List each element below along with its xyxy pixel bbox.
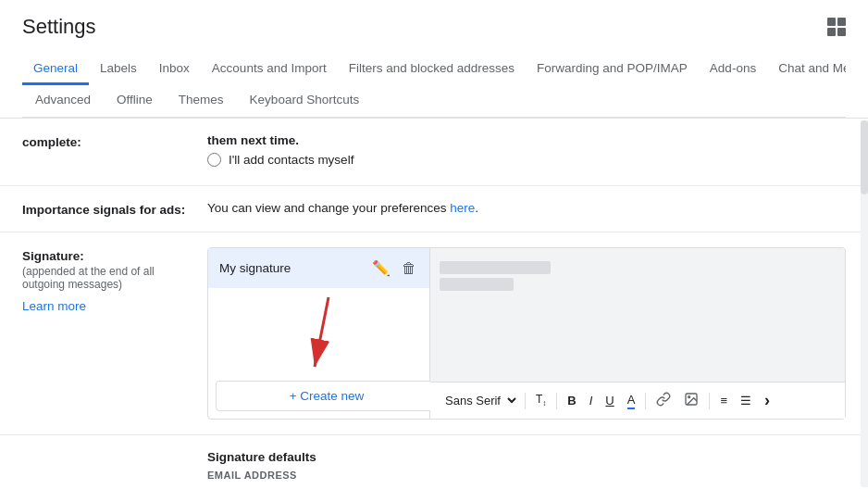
- underline-button[interactable]: U: [601, 391, 618, 410]
- preview-line2: [440, 278, 514, 291]
- signature-defaults-value: Signature defaults EMAIL ADDRESS: [207, 450, 846, 481]
- page-title: Settings: [22, 15, 96, 39]
- toolbar-sep1: [525, 393, 526, 409]
- tab-labels[interactable]: Labels: [89, 54, 148, 85]
- tab-themes[interactable]: Themes: [166, 85, 237, 117]
- tab-chat[interactable]: Chat and Meet: [767, 54, 846, 85]
- nav-row1: General Labels Inbox Accounts and Import…: [22, 54, 846, 85]
- signature-label-sub: (appended at the end of all outgoing mes…: [22, 265, 192, 291]
- toolbar-sep3: [645, 393, 646, 409]
- settings-content: complete: them next time. I'll add conta…: [0, 119, 868, 487]
- add-contacts-label: I'll add contacts myself: [229, 153, 353, 167]
- tab-offline[interactable]: Offline: [104, 85, 166, 117]
- signature-list-item[interactable]: My signature ✏️ 🗑: [208, 248, 429, 288]
- importance-row: Importance signals for ads: You can view…: [0, 186, 868, 232]
- tab-keyboard-shortcuts[interactable]: Keyboard Shortcuts: [237, 85, 373, 117]
- importance-period: .: [475, 201, 478, 215]
- edit-signature-button[interactable]: ✏️: [370, 257, 392, 279]
- importance-value: You can view and change your preferences…: [207, 201, 846, 215]
- signature-section: Signature: (appended at the end of all o…: [0, 232, 868, 435]
- toolbar-sep4: [709, 393, 710, 409]
- tab-general[interactable]: General: [22, 54, 89, 85]
- grid-icon: [827, 18, 846, 36]
- scrollbar-thumb[interactable]: [861, 120, 868, 194]
- text-color-button[interactable]: A: [623, 390, 640, 412]
- importance-here-link[interactable]: here: [450, 201, 475, 215]
- add-contacts-radio[interactable]: [207, 153, 221, 167]
- preview-line1: [440, 261, 551, 274]
- editor-toolbar: Sans Serif T↕ B I U A: [430, 382, 845, 419]
- more-button[interactable]: ›: [760, 388, 775, 413]
- align-button[interactable]: ≡: [715, 391, 732, 410]
- bold-button[interactable]: B: [563, 391, 580, 410]
- email-address-label: EMAIL ADDRESS: [207, 470, 846, 481]
- tab-addons[interactable]: Add-ons: [699, 54, 767, 85]
- importance-label: Importance signals for ads:: [22, 201, 207, 217]
- signature-defaults-row: Signature defaults EMAIL ADDRESS: [0, 435, 868, 487]
- italic-button[interactable]: I: [585, 391, 598, 410]
- image-button[interactable]: [679, 389, 703, 412]
- create-new-wrapper: + Create new: [208, 381, 429, 419]
- signature-learn-more[interactable]: Learn more: [22, 299, 86, 313]
- signature-defaults-title: Signature defaults: [207, 450, 846, 464]
- font-family-select[interactable]: Sans Serif: [438, 391, 519, 410]
- font-size-button[interactable]: T↕: [531, 390, 551, 410]
- complete-row: complete: them next time. I'll add conta…: [0, 119, 868, 186]
- complete-value: them next time. I'll add contacts myself: [207, 133, 846, 170]
- signature-defaults-spacer: [22, 450, 207, 452]
- tab-filters[interactable]: Filters and blocked addresses: [338, 54, 526, 85]
- signature-item-name: My signature: [219, 261, 291, 275]
- nav-row2: Advanced Offline Themes Keyboard Shortcu…: [22, 85, 846, 118]
- complete-label: complete:: [22, 133, 207, 149]
- add-contacts-option: I'll add contacts myself: [207, 153, 846, 167]
- signature-list: My signature ✏️ 🗑: [208, 248, 430, 419]
- importance-text: You can view and change your preferences: [207, 201, 450, 215]
- tab-advanced[interactable]: Advanced: [22, 85, 104, 117]
- signature-editor: Sans Serif T↕ B I U A: [430, 248, 845, 419]
- delete-signature-button[interactable]: 🗑: [400, 257, 418, 279]
- signature-item-actions: ✏️ 🗑: [370, 257, 418, 279]
- svg-line-1: [315, 297, 329, 367]
- arrow-area: [208, 288, 429, 381]
- signature-editor-area: My signature ✏️ 🗑: [207, 247, 846, 420]
- signature-panel: My signature ✏️ 🗑: [207, 247, 846, 420]
- signature-preview: [430, 248, 845, 382]
- tab-forwarding[interactable]: Forwarding and POP/IMAP: [526, 54, 699, 85]
- them-next-time: them next time.: [207, 133, 846, 147]
- create-new-signature-button[interactable]: + Create new: [216, 381, 438, 411]
- scrollbar-track: [861, 120, 868, 487]
- link-button[interactable]: [651, 389, 676, 412]
- svg-point-3: [688, 396, 690, 398]
- tab-accounts-import[interactable]: Accounts and Import: [201, 54, 338, 85]
- signature-label-col: Signature: (appended at the end of all o…: [22, 247, 207, 313]
- red-arrow-icon: [282, 293, 356, 376]
- list-button[interactable]: ☰: [736, 391, 756, 410]
- signature-label-title: Signature:: [22, 249, 192, 263]
- toolbar-sep2: [556, 393, 557, 409]
- tab-inbox[interactable]: Inbox: [148, 54, 201, 85]
